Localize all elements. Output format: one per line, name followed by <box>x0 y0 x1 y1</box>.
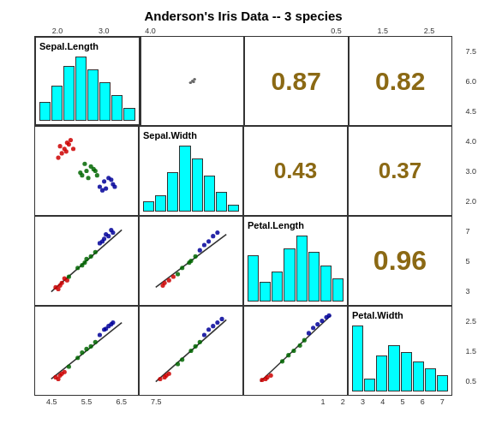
svg-point-24 <box>98 184 102 188</box>
svg-point-56 <box>176 272 180 276</box>
svg-point-76 <box>89 344 93 349</box>
svg-point-107 <box>298 343 302 348</box>
cell-1-3: 0.37 <box>348 126 452 216</box>
svg-point-104 <box>280 359 284 363</box>
svg-point-97 <box>215 320 219 325</box>
svg-point-27 <box>109 177 113 182</box>
cell-0-3: 0.82 <box>349 36 453 126</box>
svg-point-94 <box>202 332 206 337</box>
petal-width-label: Petal.Width <box>352 310 403 320</box>
svg-point-7 <box>65 140 69 145</box>
svg-point-73 <box>75 355 80 360</box>
svg-point-54 <box>160 284 164 288</box>
cell-0-1 <box>140 36 245 126</box>
svg-point-37 <box>67 274 71 278</box>
svg-point-112 <box>320 319 324 323</box>
svg-point-1 <box>193 78 196 81</box>
chart-title: Anderson's Iris Data -- 3 species <box>34 9 452 23</box>
svg-point-69 <box>56 377 60 381</box>
svg-point-89 <box>176 361 180 366</box>
svg-point-22 <box>102 179 106 183</box>
svg-point-49 <box>104 232 108 236</box>
svg-point-110 <box>311 326 315 330</box>
svg-point-74 <box>80 350 84 355</box>
svg-point-11 <box>69 138 73 142</box>
svg-point-18 <box>86 176 90 180</box>
svg-point-29 <box>112 184 117 188</box>
svg-point-3 <box>192 81 195 83</box>
svg-point-41 <box>75 266 80 270</box>
svg-point-8 <box>58 144 63 148</box>
svg-point-19 <box>92 167 96 171</box>
svg-point-55 <box>171 274 176 278</box>
svg-point-64 <box>211 234 215 238</box>
svg-point-21 <box>95 173 99 177</box>
cell-3-3: Petal.Width <box>348 306 452 396</box>
cell-3-1 <box>139 306 243 396</box>
svg-point-77 <box>93 340 98 344</box>
sepal-length-label: Sepal.Length <box>39 41 99 51</box>
svg-point-63 <box>206 239 211 243</box>
svg-point-114 <box>327 314 332 318</box>
svg-point-103 <box>263 377 267 381</box>
svg-point-61 <box>198 248 202 253</box>
cell-2-1 <box>139 216 243 306</box>
svg-point-98 <box>219 317 224 321</box>
sepal-width-label: Sepal.Width <box>143 130 197 140</box>
cell-2-2: Petal.Length <box>243 216 348 306</box>
svg-point-105 <box>286 353 290 357</box>
svg-line-99 <box>260 315 331 381</box>
svg-point-96 <box>211 324 215 328</box>
cell-3-2 <box>243 306 348 396</box>
svg-point-35 <box>53 285 57 290</box>
svg-point-93 <box>198 340 202 344</box>
svg-point-92 <box>194 344 198 349</box>
petal-length-label: Petal.Length <box>248 220 304 230</box>
cell-1-0 <box>34 126 139 216</box>
svg-point-48 <box>100 239 105 243</box>
svg-point-20 <box>78 170 82 175</box>
svg-point-90 <box>180 357 184 361</box>
svg-point-2 <box>188 81 192 84</box>
cell-0-2: 0.87 <box>244 36 349 126</box>
svg-point-59 <box>194 254 198 259</box>
svg-point-53 <box>167 278 171 283</box>
svg-point-83 <box>104 326 108 331</box>
svg-point-50 <box>109 228 113 232</box>
svg-point-72 <box>67 364 71 368</box>
svg-point-40 <box>89 254 93 259</box>
cell-3-0 <box>34 306 139 396</box>
cell-0-0: Sepal.Length <box>34 36 140 126</box>
svg-point-9 <box>71 146 75 151</box>
svg-point-85 <box>158 377 162 381</box>
svg-point-95 <box>206 327 211 332</box>
cell-1-1: Sepal.Width <box>139 126 243 216</box>
svg-point-43 <box>93 250 98 254</box>
svg-point-111 <box>315 322 320 326</box>
svg-point-32 <box>60 281 64 285</box>
svg-point-106 <box>291 349 296 353</box>
svg-point-65 <box>215 230 219 235</box>
svg-point-13 <box>84 169 88 173</box>
svg-point-10 <box>56 155 60 159</box>
svg-point-57 <box>180 266 184 270</box>
cell-1-2: 0.43 <box>243 126 348 216</box>
svg-point-91 <box>188 349 193 353</box>
svg-point-108 <box>302 338 307 343</box>
chart-container: Anderson's Iris Data -- 3 species 2.0 3.… <box>0 0 478 448</box>
svg-point-102 <box>269 373 273 378</box>
svg-point-78 <box>98 332 102 337</box>
svg-point-88 <box>164 373 169 378</box>
svg-point-42 <box>82 260 87 265</box>
svg-point-82 <box>109 322 113 326</box>
svg-point-12 <box>64 149 69 153</box>
svg-point-6 <box>60 151 64 155</box>
svg-point-28 <box>104 187 108 191</box>
svg-point-17 <box>82 162 87 166</box>
svg-point-71 <box>63 370 67 374</box>
svg-point-109 <box>307 331 311 335</box>
cell-2-0 <box>34 216 139 306</box>
svg-point-60 <box>187 260 191 265</box>
svg-point-75 <box>84 347 88 351</box>
cell-2-3: 0.96 <box>348 216 452 306</box>
